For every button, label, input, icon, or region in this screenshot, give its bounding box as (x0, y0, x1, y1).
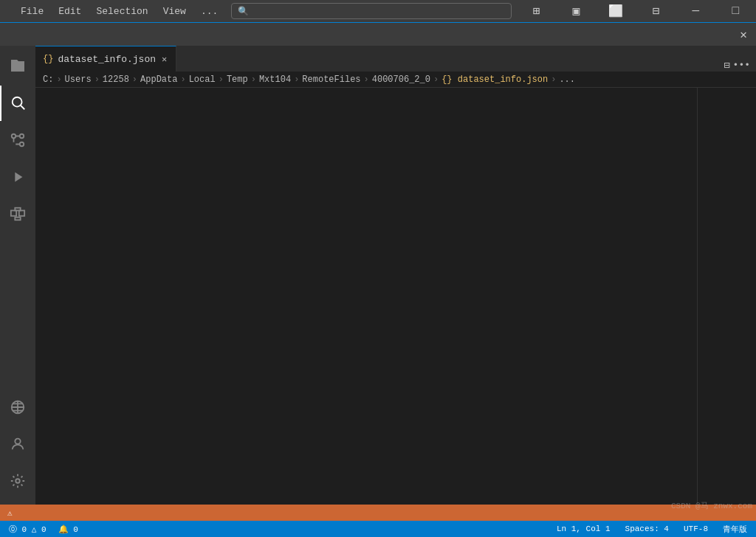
svg-point-4 (20, 134, 24, 139)
indentation[interactable]: Spaces: 4 (622, 521, 672, 537)
titlebar-controls: ⊞ ▣ ⬜ ⊟ — □ ✕ (519, 0, 756, 22)
breadcrumb-c[interactable]: C: (43, 75, 53, 85)
minimize-button[interactable]: — (678, 0, 712, 22)
explorer-icon[interactable] (0, 49, 35, 84)
cursor-position[interactable]: Ln 1, Col 1 (554, 521, 614, 537)
edition-text: 青年版 (723, 524, 747, 535)
menu-edit[interactable]: Edit (52, 4, 87, 18)
breadcrumb: C: › Users › 12258 › AppData › Local › T… (35, 72, 756, 88)
restricted-mode-banner: ✕ (0, 22, 756, 46)
spaces-label: Spaces: 4 (625, 524, 669, 533)
activitybar-bottom (0, 389, 35, 505)
json-file-icon: {} (43, 54, 53, 64)
breadcrumb-temp[interactable]: Temp (227, 75, 248, 85)
extensions-icon[interactable] (0, 196, 35, 232)
split-editor-icon[interactable]: ⊟ (724, 59, 729, 72)
svg-rect-5 (11, 210, 16, 215)
statusbar: ⓪ 0 △ 0 🔔 0 Ln 1, Col 1 Spaces: 4 UTF-8 … (0, 521, 756, 537)
line-numbers (35, 88, 72, 505)
tab-label: dataset_info.json (58, 54, 156, 65)
encoding[interactable]: UTF-8 (681, 521, 711, 537)
restricted-warning-icon: ⚠ (7, 508, 13, 518)
breadcrumb-4000706[interactable]: 4000706_2_0 (372, 75, 430, 85)
layout-button[interactable]: ⊞ (519, 0, 553, 22)
svg-rect-8 (15, 218, 20, 221)
maximize-button[interactable]: □ (718, 0, 752, 22)
edition-label: 青年版 (720, 521, 750, 537)
svg-point-3 (20, 142, 24, 147)
menu-view[interactable]: View (157, 4, 192, 18)
statusbar-left: ⓪ 0 △ 0 🔔 0 (6, 521, 81, 537)
notification-icon: 🔔 0 (58, 524, 78, 534)
breadcrumb-local[interactable]: Local (189, 75, 216, 85)
search-icon: 🔍 (238, 6, 249, 17)
search-activity-icon[interactable] (0, 86, 35, 121)
search-box[interactable]: 🔍 (231, 3, 512, 19)
error-count-label: ⓪ 0 △ 0 (9, 524, 47, 535)
svg-point-11 (16, 479, 20, 483)
breadcrumb-appdata[interactable]: AppData (140, 75, 177, 85)
code-editor[interactable] (72, 88, 697, 505)
titlebar-menus: File Edit Selection View ... (15, 4, 224, 18)
svg-rect-6 (19, 210, 24, 215)
svg-point-0 (13, 97, 22, 107)
breadcrumb-file[interactable]: {} dataset_info.json (441, 75, 548, 85)
svg-line-1 (21, 105, 25, 110)
svg-point-2 (12, 134, 16, 139)
activity-bar (0, 46, 35, 505)
menu-more[interactable]: ... (195, 4, 224, 18)
titlebar-search-area: 🔍 (231, 3, 512, 19)
toggle-button[interactable]: ⊟ (639, 0, 673, 22)
notifications[interactable]: 🔔 0 (55, 521, 81, 537)
restricted-mode-statusbar[interactable]: ⚠ (0, 505, 756, 521)
statusbar-right: Ln 1, Col 1 Spaces: 4 UTF-8 青年版 (554, 521, 750, 537)
breadcrumb-12258[interactable]: 12258 (103, 75, 129, 85)
breadcrumb-users[interactable]: Users (65, 75, 92, 85)
editor-content (35, 88, 756, 505)
menu-file[interactable]: File (15, 4, 49, 18)
more-tabs-icon[interactable]: ••• (733, 60, 750, 71)
run-icon[interactable] (0, 159, 35, 195)
breadcrumb-ellipsis[interactable]: ... (559, 75, 575, 85)
settings-icon[interactable] (0, 463, 35, 499)
tab-close-button[interactable]: ✕ (160, 52, 168, 66)
source-control-icon[interactable] (0, 122, 35, 158)
panel-button[interactable]: ⬜ (599, 0, 633, 22)
errors-warnings[interactable]: ⓪ 0 △ 0 (6, 521, 49, 537)
breadcrumb-mxt104[interactable]: Mxt104 (259, 75, 291, 85)
svg-rect-7 (15, 208, 20, 211)
banner-close-button[interactable]: ✕ (740, 27, 747, 42)
split-button[interactable]: ▣ (559, 0, 593, 22)
menu-selection[interactable]: Selection (90, 4, 154, 18)
tab-dataset-info[interactable]: {} dataset_info.json ✕ (35, 46, 176, 72)
bottom-bars: ⚠ ⓪ 0 △ 0 🔔 0 Ln 1, Col 1 Spaces: 4 UTF-… (0, 505, 756, 537)
ln-col-label: Ln 1, Col 1 (557, 524, 611, 533)
editor-tabs: {} dataset_info.json ✕ ⊟ ••• (35, 46, 756, 72)
editor-area: {} dataset_info.json ✕ ⊟ ••• C: › Users … (35, 46, 756, 505)
svg-point-10 (15, 439, 20, 444)
titlebar: File Edit Selection View ... 🔍 ⊞ ▣ ⬜ ⊟ —… (0, 0, 756, 22)
breadcrumb-remotefiles[interactable]: RemoteFiles (302, 75, 360, 85)
minimap (697, 88, 756, 505)
encoding-label: UTF-8 (684, 524, 708, 533)
account-icon[interactable] (0, 426, 35, 462)
main-layout: {} dataset_info.json ✕ ⊟ ••• C: › Users … (0, 46, 756, 505)
remote-icon[interactable] (0, 389, 35, 425)
